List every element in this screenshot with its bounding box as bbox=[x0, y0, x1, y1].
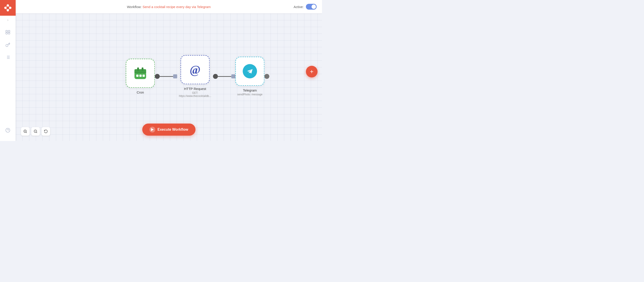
active-label: Active: bbox=[294, 5, 304, 9]
cron-label: Cron bbox=[137, 90, 144, 94]
svg-line-33 bbox=[36, 132, 37, 133]
svg-line-6 bbox=[8, 8, 10, 10]
telegram-label: Telegram bbox=[243, 88, 257, 92]
http-at-icon: @ bbox=[188, 63, 202, 77]
node-http-box[interactable]: @ bbox=[180, 55, 210, 84]
svg-rect-9 bbox=[8, 31, 10, 32]
zoom-in-button[interactable] bbox=[21, 127, 30, 136]
node-telegram[interactable]: Telegram sendPhoto: message bbox=[235, 57, 264, 96]
connector-end-dot bbox=[264, 74, 269, 79]
sidebar: › bbox=[0, 0, 16, 141]
node-telegram-box[interactable] bbox=[235, 57, 264, 86]
svg-line-5 bbox=[8, 5, 10, 8]
svg-line-4 bbox=[5, 5, 8, 8]
workflow-name: Send a cocktail recipe every day via Tel… bbox=[142, 5, 211, 9]
workflow-label: Workflow: bbox=[127, 5, 142, 9]
n8n-logo-icon bbox=[4, 4, 12, 12]
connector-square-1 bbox=[173, 74, 177, 78]
header: Workflow: Send a cocktail recipe every d… bbox=[16, 0, 322, 14]
execute-button-label: Execute Workflow bbox=[158, 128, 188, 132]
svg-marker-35 bbox=[151, 128, 154, 131]
connector-dot-1 bbox=[155, 74, 160, 79]
svg-rect-24 bbox=[136, 75, 138, 77]
connector-2 bbox=[213, 74, 235, 79]
nodes-container: Cron @ HTTP Request GET: https://www.the… bbox=[126, 55, 269, 98]
svg-rect-8 bbox=[6, 31, 8, 32]
active-toggle[interactable] bbox=[306, 4, 317, 10]
svg-line-29 bbox=[26, 132, 26, 133]
telegram-sublabel: sendPhoto: message bbox=[237, 93, 262, 96]
telegram-icon bbox=[242, 64, 257, 78]
sidebar-bottom bbox=[3, 124, 13, 141]
add-node-button[interactable]: + bbox=[306, 66, 318, 77]
connector-line-1 bbox=[160, 76, 173, 77]
sidebar-item-workflows[interactable] bbox=[3, 27, 13, 37]
connector-1 bbox=[155, 74, 177, 79]
svg-rect-25 bbox=[139, 75, 142, 77]
connector-square-2 bbox=[231, 74, 235, 78]
play-icon bbox=[149, 127, 155, 133]
svg-rect-10 bbox=[6, 33, 8, 34]
sidebar-item-executions[interactable] bbox=[3, 52, 13, 62]
sidebar-item-credentials[interactable] bbox=[3, 40, 13, 50]
svg-rect-11 bbox=[8, 33, 10, 34]
sidebar-item-help[interactable] bbox=[3, 125, 13, 135]
svg-rect-22 bbox=[137, 67, 139, 71]
add-icon: + bbox=[310, 69, 314, 75]
svg-rect-23 bbox=[142, 67, 143, 71]
zoom-controls bbox=[21, 127, 50, 136]
svg-rect-26 bbox=[142, 75, 145, 77]
reset-zoom-button[interactable] bbox=[42, 127, 50, 136]
node-cron-box[interactable] bbox=[126, 59, 155, 88]
sidebar-nav bbox=[0, 24, 16, 124]
svg-line-7 bbox=[5, 8, 8, 10]
sidebar-logo[interactable] bbox=[0, 0, 16, 16]
zoom-out-button[interactable] bbox=[31, 127, 40, 136]
node-http-request[interactable]: @ HTTP Request GET: https://www.thecockt… bbox=[177, 55, 213, 98]
http-sublabel: GET: https://www.thecocktaildb... bbox=[177, 91, 213, 98]
node-cron[interactable]: Cron bbox=[126, 59, 155, 94]
sidebar-toggle-btn[interactable]: › bbox=[0, 16, 16, 24]
execute-workflow-button[interactable]: Execute Workflow bbox=[142, 124, 196, 136]
workflow-canvas[interactable]: Cron @ HTTP Request GET: https://www.the… bbox=[16, 14, 322, 141]
header-title: Workflow: Send a cocktail recipe every d… bbox=[127, 5, 211, 9]
connector-line-2 bbox=[218, 76, 231, 77]
connector-dot-2 bbox=[213, 74, 218, 79]
cron-calendar-icon bbox=[134, 67, 147, 80]
http-label: HTTP Request bbox=[184, 87, 206, 91]
svg-rect-27 bbox=[134, 72, 146, 73]
